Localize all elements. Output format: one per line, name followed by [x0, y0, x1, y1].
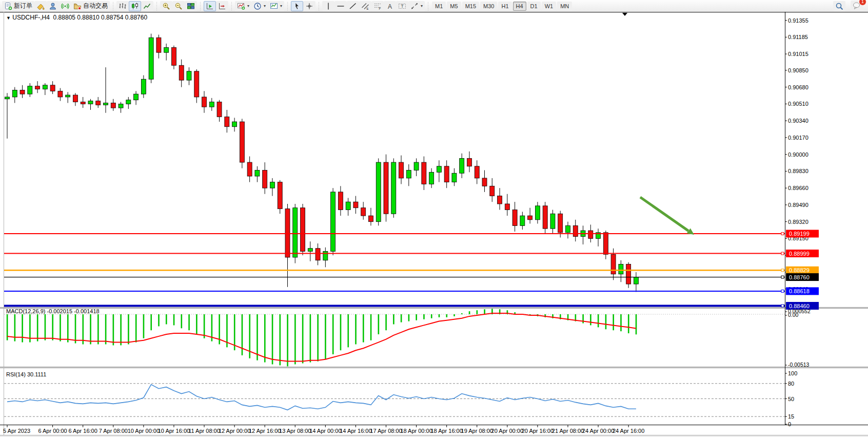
candle-body	[565, 225, 570, 232]
timeframe-button-h1[interactable]: H1	[498, 2, 511, 11]
chevron-down-icon: ▾	[421, 4, 423, 8]
time-tick-label: 18 Apr 00:00	[400, 428, 432, 434]
svg-text:T: T	[401, 4, 403, 9]
tile-windows-button[interactable]	[185, 1, 197, 11]
candle-body	[134, 94, 139, 100]
zoom-out-button[interactable]	[172, 1, 185, 11]
cursor-icon	[293, 2, 301, 10]
crosshair-button[interactable]	[303, 1, 315, 11]
candle-body	[460, 158, 464, 173]
time-tick-label: 10 Apr 16:00	[158, 428, 190, 434]
candle-body	[179, 65, 184, 80]
bar-chart-button[interactable]	[116, 1, 129, 11]
channel-icon: E	[361, 2, 369, 10]
vertical-line-button[interactable]	[322, 1, 334, 11]
symbol-selector-icon[interactable]: ▼	[6, 15, 11, 21]
candle-body	[12, 90, 17, 97]
time-tick-label: 24 Apr 00:00	[582, 428, 614, 434]
candle-body	[104, 103, 108, 105]
text-button[interactable]: A	[384, 1, 396, 11]
price-badge-label: 0.88618	[789, 288, 810, 294]
search-icon	[835, 2, 843, 10]
signals-button[interactable]	[59, 1, 71, 11]
candle-body	[338, 192, 343, 210]
price-tick-label: 0.89830	[788, 168, 808, 174]
candle-body	[194, 71, 199, 97]
trendline-button[interactable]	[347, 1, 359, 11]
chart-shift-button[interactable]	[216, 1, 228, 11]
cursor-button[interactable]	[291, 1, 303, 11]
search-button[interactable]	[833, 1, 845, 11]
candle-body	[126, 100, 131, 104]
equidistant-channel-button[interactable]: E	[359, 1, 371, 11]
timeframe-button-w1[interactable]: W1	[542, 2, 557, 11]
chart-title-text: USDCHF-,H4 0.88805 0.88810 0.88754 0.887…	[12, 14, 147, 21]
indicators-button[interactable]: ▾	[235, 1, 251, 11]
hline-icon	[337, 2, 345, 10]
price-badge-0.88760: 0.88760	[781, 273, 819, 281]
timeframe-button-m5[interactable]: M5	[447, 2, 461, 11]
candle-body	[505, 204, 509, 210]
labelT-icon: T	[398, 2, 406, 10]
candle-body	[353, 202, 358, 208]
candle-body	[278, 182, 282, 209]
time-tick-label: 7 Apr 08:00	[99, 428, 128, 434]
candle-body	[406, 170, 411, 178]
periods-button[interactable]: ▾	[251, 1, 268, 11]
chart-window-background	[0, 12, 868, 435]
candle-body	[293, 208, 298, 257]
styler-button[interactable]	[34, 1, 47, 11]
chart-title: ▼ USDCHF-,H4 0.88805 0.88810 0.88754 0.8…	[6, 14, 147, 21]
timeframe-button-mn[interactable]: MN	[557, 2, 572, 11]
candle-body	[156, 37, 161, 52]
candle-body	[240, 122, 244, 162]
timeframe-button-m15[interactable]: M15	[462, 2, 479, 11]
fibonacci-button[interactable]: F	[371, 1, 384, 11]
candle-body	[482, 178, 487, 186]
arrows-button[interactable]: ▾	[408, 1, 425, 11]
horizontal-line-button[interactable]	[334, 1, 347, 11]
svg-text:E: E	[367, 7, 369, 10]
auto-scroll-button[interactable]	[204, 1, 216, 11]
clock-icon	[253, 2, 262, 10]
timeframe-button-m30[interactable]: M30	[480, 2, 497, 11]
timeframe-button-d1[interactable]: D1	[527, 2, 541, 11]
timeframe-button-m1[interactable]: M1	[432, 2, 446, 11]
candle-body	[361, 208, 366, 216]
price-badge-label: 0.89199	[789, 231, 810, 237]
candle-body	[5, 97, 10, 99]
toolbar: 新订单自动交易▾▾▾EFAT▾M1M5M15M30H1H4D1W1MN1	[0, 0, 868, 12]
candlestick-button[interactable]	[129, 1, 141, 11]
candle-body	[66, 95, 70, 97]
window-left-border	[4, 12, 4, 435]
price-tick-label: 0.90000	[788, 151, 808, 158]
candle-body	[391, 162, 396, 214]
timeframe-button-h4[interactable]: H4	[513, 2, 526, 11]
candle-body	[20, 90, 25, 94]
price-tick-label: 0.90510	[788, 101, 808, 107]
time-tick-label: 6 Apr 00:00	[38, 428, 67, 434]
time-tick-label: 14 Apr 16:00	[340, 428, 371, 434]
chart-canvas[interactable]: 0.913550.911850.910150.908500.906800.905…	[0, 12, 868, 437]
price-badge-label: 0.88999	[789, 251, 810, 257]
doc-plus-icon	[4, 2, 12, 10]
new-order-button[interactable]: 新订单	[2, 1, 34, 11]
text-label-button[interactable]: T	[396, 1, 408, 11]
candle-body	[376, 162, 381, 222]
price-badge-label: 0.88760	[789, 274, 810, 280]
time-tick-label: 18 Apr 16:00	[430, 428, 462, 434]
price-tick-label: 0.90680	[788, 84, 808, 90]
toolbar-separator	[286, 2, 289, 10]
time-tick-label: 17 Apr 08:00	[370, 428, 402, 434]
profile-button[interactable]	[47, 1, 59, 11]
candle-body	[202, 97, 207, 107]
candle-body	[270, 182, 274, 188]
candle-body	[498, 196, 502, 204]
zoom-in-button[interactable]	[160, 1, 172, 11]
templates-button[interactable]: ▾	[268, 1, 284, 11]
macd-axis-label: 0.00	[788, 312, 799, 318]
line-chart-button[interactable]	[141, 1, 153, 11]
price-badge-0.88999: 0.88999	[781, 250, 819, 257]
autotrading-button[interactable]: 自动交易	[71, 1, 110, 11]
candle-body	[263, 170, 267, 188]
